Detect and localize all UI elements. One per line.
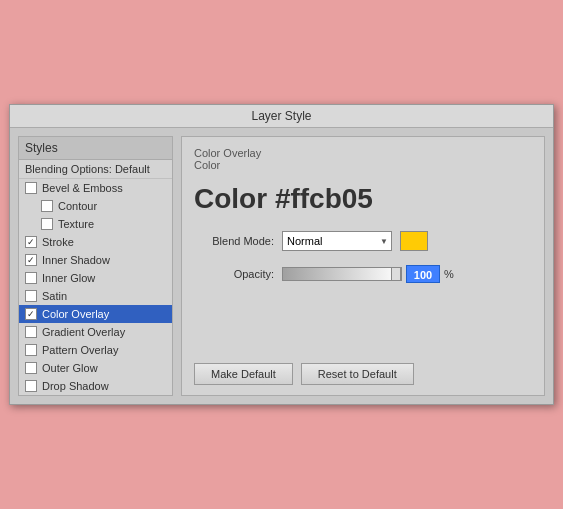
opacity-value[interactable]: 100 xyxy=(406,265,440,283)
opacity-label: Opacity: xyxy=(194,268,274,280)
sidebar-item-contour[interactable]: Contour xyxy=(19,197,172,215)
checkbox-texture[interactable] xyxy=(41,218,53,230)
sidebar-item-inner-shadow[interactable]: Inner Shadow xyxy=(19,251,172,269)
checkbox-bevel-emboss[interactable] xyxy=(25,182,37,194)
checkbox-satin[interactable] xyxy=(25,290,37,302)
blend-mode-select-wrapper[interactable]: NormalDissolveMultiplyScreenOverlayDarke… xyxy=(282,231,392,251)
window-title: Layer Style xyxy=(251,109,311,123)
blend-mode-row: Blend Mode: NormalDissolveMultiplyScreen… xyxy=(194,231,532,251)
percent-label: % xyxy=(444,268,454,280)
checkbox-pattern-overlay[interactable] xyxy=(25,344,37,356)
color-title: Color #ffcb05 xyxy=(194,183,532,215)
sidebar-section-title: Blending Options: Default xyxy=(19,160,172,179)
checkbox-outer-glow[interactable] xyxy=(25,362,37,374)
sidebar-label-texture: Texture xyxy=(58,218,94,230)
sidebar-item-drop-shadow[interactable]: Drop Shadow xyxy=(19,377,172,395)
title-bar: Layer Style xyxy=(10,105,553,128)
checkbox-inner-glow[interactable] xyxy=(25,272,37,284)
sidebar-item-inner-glow[interactable]: Inner Glow xyxy=(19,269,172,287)
sidebar-label-color-overlay: Color Overlay xyxy=(42,308,109,320)
sidebar-label-pattern-overlay: Pattern Overlay xyxy=(42,344,118,356)
blend-mode-label: Blend Mode: xyxy=(194,235,274,247)
button-row: Make Default Reset to Default xyxy=(194,363,532,385)
checkbox-drop-shadow[interactable] xyxy=(25,380,37,392)
sidebar: Styles Blending Options: Default Bevel &… xyxy=(18,136,173,396)
reset-to-default-button[interactable]: Reset to Default xyxy=(301,363,414,385)
sidebar-label-inner-shadow: Inner Shadow xyxy=(42,254,110,266)
opacity-slider[interactable] xyxy=(282,267,402,281)
blend-mode-select[interactable]: NormalDissolveMultiplyScreenOverlayDarke… xyxy=(282,231,392,251)
sidebar-item-bevel-emboss[interactable]: Bevel & Emboss xyxy=(19,179,172,197)
checkbox-gradient-overlay[interactable] xyxy=(25,326,37,338)
main-content: Color Overlay Color Color #ffcb05 Blend … xyxy=(181,136,545,396)
checkbox-contour[interactable] xyxy=(41,200,53,212)
opacity-slider-wrapper: 100 % xyxy=(282,265,454,283)
checkbox-color-overlay[interactable] xyxy=(25,308,37,320)
sidebar-label-stroke: Stroke xyxy=(42,236,74,248)
sidebar-label-gradient-overlay: Gradient Overlay xyxy=(42,326,125,338)
opacity-row: Opacity: 100 % xyxy=(194,265,532,283)
sidebar-label-inner-glow: Inner Glow xyxy=(42,272,95,284)
sidebar-item-stroke[interactable]: Stroke xyxy=(19,233,172,251)
sidebar-header: Styles xyxy=(19,137,172,160)
sidebar-item-satin[interactable]: Satin xyxy=(19,287,172,305)
sidebar-item-gradient-overlay[interactable]: Gradient Overlay xyxy=(19,323,172,341)
sidebar-item-texture[interactable]: Texture xyxy=(19,215,172,233)
sidebar-label-satin: Satin xyxy=(42,290,67,302)
sidebar-item-color-overlay[interactable]: Color Overlay xyxy=(19,305,172,323)
sidebar-label-drop-shadow: Drop Shadow xyxy=(42,380,109,392)
layer-style-window: Layer Style Styles Blending Options: Def… xyxy=(9,104,554,405)
sidebar-item-pattern-overlay[interactable]: Pattern Overlay xyxy=(19,341,172,359)
section-label: Color Overlay Color xyxy=(194,147,532,171)
sidebar-item-outer-glow[interactable]: Outer Glow xyxy=(19,359,172,377)
sidebar-label-outer-glow: Outer Glow xyxy=(42,362,98,374)
sidebar-label-contour: Contour xyxy=(58,200,97,212)
window-body: Styles Blending Options: Default Bevel &… xyxy=(10,128,553,404)
make-default-button[interactable]: Make Default xyxy=(194,363,293,385)
color-swatch[interactable] xyxy=(400,231,428,251)
checkbox-stroke[interactable] xyxy=(25,236,37,248)
sidebar-label-bevel-emboss: Bevel & Emboss xyxy=(42,182,123,194)
checkbox-inner-shadow[interactable] xyxy=(25,254,37,266)
